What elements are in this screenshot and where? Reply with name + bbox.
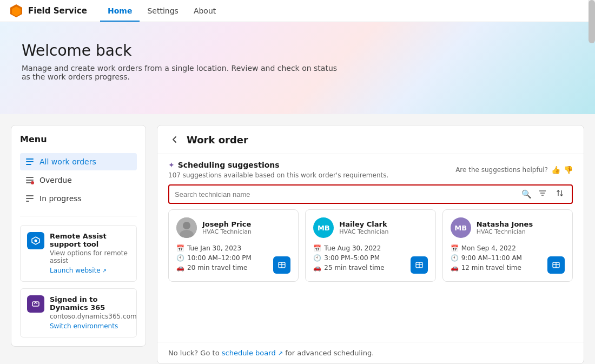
book-icon-joseph [277,261,286,269]
sidebar-item-in-progress-label: In progress [39,194,82,203]
workorder-title: Work order [187,134,248,145]
tech-info-natasha: Natasha Jones HVAC Technician [477,220,533,235]
tech-info-hailey: Hailey Clark HVAC Technician [339,220,388,235]
spacer [157,290,584,342]
svg-point-21 [183,222,190,229]
book-button-hailey[interactable] [411,256,428,274]
footer-suffix: for advanced scheduling. [285,349,374,357]
tech-name-natasha: Natasha Jones [477,220,533,228]
car-icon-natasha: 🚗 [451,264,458,272]
sidebar-item-in-progress[interactable]: In progress [20,190,137,207]
nav-home[interactable]: Home [100,0,140,22]
car-icon-joseph: 🚗 [176,264,184,272]
calendar-icon-hailey: 📅 [313,244,321,252]
hero-banner: Welcome back Manage and create work orde… [0,22,595,114]
back-button[interactable] [168,133,181,146]
workorder-footer: No luck? Go to schedule board ↗ for adva… [157,342,584,363]
thumbs-up-button[interactable]: 👍 [551,166,560,174]
launch-website-link[interactable]: Launch website ↗ [50,267,107,274]
nav-settings[interactable]: Settings [140,0,186,22]
svg-rect-10 [26,198,34,199]
svg-point-13 [35,240,37,242]
remote-assist-subtitle: View options for remote assist [50,249,130,264]
svg-rect-2 [26,158,34,160]
search-bar-wrapper: 🔍 [157,179,584,209]
list-icon [25,157,34,166]
calendar-icon-joseph: 📅 [176,244,184,252]
tech-card-natasha-jones: MB Natasha Jones HVAC Technician 📅 Mon S… [442,209,573,282]
scheduling-feedback: Are the suggestions helpful? 👍 👎 [455,166,573,174]
calendar-icon-natasha: 📅 [451,244,458,252]
scrollbar-thumb[interactable] [589,0,595,43]
scheduling-subtitle: 107 suggestions available based on this … [168,171,388,179]
tech-header-hailey: MB Hailey Clark HVAC Technician [313,217,427,238]
tech-card-joseph-price: Joseph Price HVAC Technician 📅 Tue Jan 3… [168,209,299,282]
sidebar-item-all-work-orders[interactable]: All work orders [20,153,137,170]
dynamics-title: Signed in to Dynamics 365 [50,295,137,312]
scrollbar[interactable] [589,0,595,22]
sort-icon[interactable] [553,189,566,200]
thumbs-down-button[interactable]: 👎 [564,166,573,174]
tech-role-natasha: HVAC Technician [477,228,533,235]
remote-assist-title: Remote Assist support tool [50,232,130,248]
hero-subtitle: Manage and create work orders from a sin… [22,64,346,81]
search-bar: 🔍 [168,184,573,204]
scheduling-title: Scheduling suggestions [178,161,280,169]
avatar-hailey: MB [313,217,334,238]
main-nav: Home Settings About [100,0,223,22]
filter-icon[interactable] [536,189,549,200]
schedule-board-link[interactable]: schedule board ↗ [222,349,285,357]
remote-assist-icon [27,232,44,249]
svg-rect-7 [26,182,31,183]
sidebar-divider [20,216,137,216]
svg-rect-3 [26,161,34,162]
book-icon-hailey [415,261,424,269]
search-icon[interactable]: 🔍 [521,189,532,199]
tech-name-joseph: Joseph Price [202,220,252,228]
tech-date-natasha: 📅 Mon Sep 4, 2022 [451,244,565,252]
tech-info-joseph: Joseph Price HVAC Technician [202,220,252,235]
menu-title: Menu [20,134,137,144]
avatar-joseph [176,217,197,238]
sidebar-item-overdue-label: Overdue [39,176,72,184]
app-logo[interactable]: Field Service [9,3,87,18]
clock-icon-natasha: 🕙 [451,254,458,262]
sparkle-icon: ✦ [168,161,175,169]
sidebar-panel: Menu All work orders Overdue [11,125,146,347]
book-icon-natasha [552,261,560,269]
car-icon-hailey: 🚗 [313,264,321,272]
tech-header-joseph: Joseph Price HVAC Technician [176,217,290,238]
app-logo-icon [9,3,24,18]
search-technician-input[interactable] [175,190,517,198]
footer-prefix: No luck? Go to [168,349,222,357]
workorder-header: Work order [157,125,584,154]
tech-date-hailey: 📅 Tue Aug 30, 2022 [313,244,427,252]
avatar-natasha: MB [451,217,471,238]
nav-about[interactable]: About [186,0,223,22]
svg-rect-9 [26,195,34,196]
external-link-icon: ↗ [102,268,107,274]
dynamics-subtitle: contoso.dynamics365.com [50,313,137,320]
tech-card-hailey-clark: MB Hailey Clark HVAC Technician 📅 Tue Au… [305,209,435,282]
dynamics-content: Signed in to Dynamics 365 contoso.dynami… [50,295,137,330]
tech-date-joseph: 📅 Tue Jan 30, 2023 [176,244,290,252]
app-name: Field Service [28,6,87,16]
clock-icon-joseph: 🕙 [176,254,184,262]
book-button-natasha[interactable] [547,256,565,274]
external-link-icon-footer: ↗ [278,350,283,357]
progress-icon [25,194,34,203]
svg-rect-11 [26,201,29,202]
remote-assist-content: Remote Assist support tool View options … [50,232,130,275]
switch-environments-link[interactable]: Switch environments [50,322,118,330]
hero-title: Welcome back [22,42,573,59]
scheduling-section: ✦ Scheduling suggestions 107 suggestions… [157,154,584,179]
sidebar-item-overdue[interactable]: Overdue [20,171,137,189]
topnav: Field Service Home Settings About [0,0,595,22]
svg-rect-6 [26,180,34,181]
workorder-panel: Work order ✦ Scheduling suggestions 107 … [157,125,584,364]
svg-rect-4 [26,164,31,165]
dynamics-icon [27,295,44,313]
tech-role-joseph: HVAC Technician [202,228,252,235]
tech-header-natasha: MB Natasha Jones HVAC Technician [451,217,565,238]
book-button-joseph[interactable] [273,256,290,274]
